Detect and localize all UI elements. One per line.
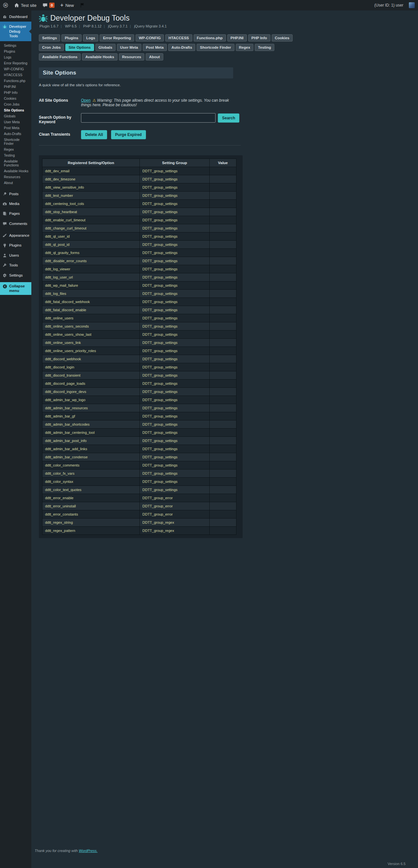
tab[interactable]: Available Hooks — [82, 53, 117, 60]
setting-group-cell: DDTT_group_settings — [140, 200, 210, 208]
setting-group-cell: DDTT_group_regex — [140, 527, 210, 535]
comments-menu[interactable]: 0 — [39, 0, 58, 10]
sidebar-submenu-item[interactable]: Globals — [0, 113, 31, 119]
sidebar-item[interactable]: Users — [0, 250, 31, 260]
tab[interactable]: Resources — [119, 53, 145, 60]
ddt-submenu: Settings Plugins Logs Error Reporting WP… — [0, 41, 31, 189]
open-link[interactable]: Open — [81, 98, 91, 103]
sidebar-submenu-item[interactable]: Shortcode Finder — [0, 137, 31, 147]
sidebar-submenu-item[interactable]: PHP.INI — [0, 84, 31, 90]
sidebar-submenu-item[interactable]: Available Functions — [0, 158, 31, 168]
value-cell — [210, 396, 237, 404]
sidebar-submenu-item[interactable]: Settings — [0, 42, 31, 49]
sidebar-submenu-item[interactable]: HTACCESS — [0, 72, 31, 78]
tab[interactable]: Site Options — [65, 44, 94, 51]
tab[interactable]: About — [146, 53, 163, 60]
sidebar-submenu-item[interactable]: Resources — [0, 174, 31, 180]
bug-icon — [3, 25, 7, 29]
value-cell — [210, 331, 237, 339]
sidebar-submenu-item[interactable]: User Meta — [0, 119, 31, 125]
tab[interactable]: WP-CONFIG — [136, 34, 164, 41]
sidebar-item[interactable]: Dashboard — [0, 12, 31, 22]
search-button[interactable]: Search — [218, 114, 239, 123]
sidebar-item[interactable]: Tools — [0, 260, 31, 270]
setting-group-cell: DDTT_group_settings — [140, 404, 210, 412]
value-cell — [210, 527, 237, 535]
flag-menu[interactable] — [77, 0, 88, 10]
tab[interactable]: Post Meta — [143, 44, 167, 51]
sidebar-submenu-item[interactable]: Site Options — [0, 107, 31, 113]
option-name-cell: ddtt_discord_page_loads — [42, 379, 140, 388]
tab[interactable]: Testing — [255, 44, 274, 51]
sidebar-submenu-item[interactable]: Post Meta — [0, 125, 31, 131]
account-menu[interactable]: (User ID: 1) user — [371, 0, 406, 10]
sidebar-item[interactable]: Media — [0, 199, 31, 209]
collapse-menu-button[interactable]: Collapse menu — [0, 282, 31, 295]
sidebar-submenu-item[interactable]: PHP Info — [0, 90, 31, 95]
table-row: ddtt_discord_transient DDTT_group_settin… — [42, 371, 237, 379]
sidebar-submenu-item[interactable]: Error Reporting — [0, 60, 31, 66]
tab[interactable]: Plugins — [61, 34, 82, 41]
sidebar-item[interactable]: Pages — [0, 209, 31, 218]
sidebar-item[interactable]: Posts — [0, 189, 31, 199]
tab[interactable]: PHP.INI — [227, 34, 247, 41]
tools-icon — [3, 263, 7, 268]
tab[interactable]: Error Reporting — [100, 34, 134, 41]
tab[interactable]: Cron Jobs — [39, 44, 64, 51]
table-header-row: Registered Setting/Option Setting Group … — [42, 159, 237, 167]
option-name-cell: ddtt_admin_bar_centering_tool — [42, 429, 140, 437]
sidebar-submenu-item[interactable]: Available Hooks — [0, 168, 31, 174]
sidebar-item[interactable]: Comments — [0, 219, 31, 228]
sidebar-submenu-item[interactable]: About — [0, 180, 31, 186]
sidebar-submenu-item[interactable]: WP-CONFIG — [0, 66, 31, 72]
value-cell — [210, 453, 237, 461]
table-row: ddtt_stop_heartbeat DDTT_group_settings — [42, 208, 237, 216]
setting-group-cell: DDTT_group_settings — [140, 298, 210, 306]
setting-group-cell: DDTT_group_settings — [140, 355, 210, 363]
search-input[interactable] — [81, 113, 215, 123]
tab[interactable]: Globals — [95, 44, 115, 51]
tab[interactable]: HTACCESS — [165, 34, 192, 41]
sidebar-item[interactable]: Appearance — [0, 230, 31, 240]
tab[interactable]: Logs — [83, 34, 98, 41]
wp-logo-menu[interactable]: W — [0, 0, 11, 10]
table-row: ddtt_discord_webhook DDTT_group_settings — [42, 355, 237, 363]
option-name-cell: ddtt_error_enable — [42, 494, 140, 502]
sidebar-submenu-item[interactable]: Cookies — [0, 95, 31, 101]
tab[interactable]: Auto-Drafts — [168, 44, 195, 51]
section-heading-panel: Site Options — [39, 67, 233, 79]
wordpress-link[interactable]: WordPress. — [79, 849, 97, 852]
sidebar-submenu-item[interactable]: Auto-Drafts — [0, 131, 31, 137]
setting-group-cell: DDTT_group_settings — [140, 461, 210, 469]
table-row: ddtt_error_enable DDTT_group_error — [42, 494, 237, 502]
tab[interactable]: Regex — [236, 44, 254, 51]
sidebar-item-developer-debug-tools[interactable]: Developer Debug Tools — [0, 22, 31, 41]
tab[interactable]: Cookies — [272, 34, 293, 41]
purge-expired-button[interactable]: Purge Expired — [111, 130, 146, 139]
sidebar-submenu-item[interactable]: Regex — [0, 147, 31, 152]
tab[interactable]: Settings — [39, 34, 60, 41]
sidebar-submenu-item[interactable]: Logs — [0, 54, 31, 60]
value-cell — [210, 437, 237, 445]
sidebar-item[interactable]: Settings — [0, 270, 31, 280]
value-cell — [210, 388, 237, 396]
sidebar-submenu-item[interactable]: Functions.php — [0, 78, 31, 84]
tab[interactable]: Functions.php — [194, 34, 226, 41]
warning-text: Warning: This page allows direct access … — [81, 98, 229, 107]
sidebar-item[interactable]: Plugins — [0, 240, 31, 250]
site-name-menu[interactable]: Test site — [11, 0, 39, 10]
option-name-cell: ddtt_online_users_show_last — [42, 331, 140, 339]
table-row: ddtt_disable_error_counts DDTT_group_set… — [42, 257, 237, 265]
tab[interactable]: Available Functions — [39, 53, 81, 60]
sidebar-submenu-item[interactable]: Testing — [0, 152, 31, 158]
sidebar-submenu-item[interactable]: Plugins — [0, 49, 31, 54]
value-cell — [210, 429, 237, 437]
delete-all-button[interactable]: Delete All — [81, 130, 107, 139]
tab[interactable]: PHP Info — [248, 34, 270, 41]
new-content-menu[interactable]: + New — [58, 0, 77, 10]
tab[interactable]: User Meta — [117, 44, 141, 51]
tab[interactable]: Shortcode Finder — [197, 44, 234, 51]
setting-group-cell: DDTT_group_settings — [140, 167, 210, 175]
sidebar-submenu-item[interactable]: Cron Jobs — [0, 101, 31, 107]
plus-icon: + — [61, 2, 63, 8]
